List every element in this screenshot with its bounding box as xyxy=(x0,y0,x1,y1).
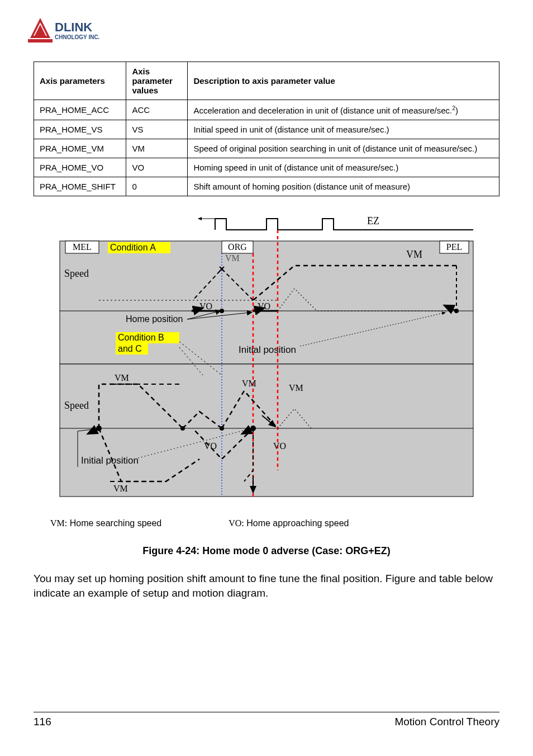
label-vm-low: VM xyxy=(113,484,128,493)
label-condition-bc-1: Condition B xyxy=(118,333,164,342)
svg-rect-3 xyxy=(28,39,53,42)
cell-param: PRA_HOME_ACC xyxy=(34,100,126,120)
legend-vo: VO: Home approaching speed xyxy=(229,518,349,528)
section-title: Motion Control Theory xyxy=(394,716,499,728)
cell-desc: Acceleration and deceleration in unit of… xyxy=(188,100,499,120)
label-home-position: Home position xyxy=(126,314,183,324)
label-vo-top-left: VO xyxy=(199,301,212,311)
label-initial-pos-top: Initial position xyxy=(239,344,296,355)
table-row: PRA_HOME_ACC ACC Acceleration and decele… xyxy=(34,100,499,120)
label-vm-right: VM xyxy=(289,383,303,393)
label-speed-bottom: Speed xyxy=(64,400,89,411)
page: DLINK CHNOLOGY INC. Axis parameters Axis… xyxy=(0,0,533,756)
table-row: PRA_HOME_VS VS Initial speed in unit of … xyxy=(34,120,499,139)
cell-param: PRA_HOME_VM xyxy=(34,139,126,158)
cell-param: PRA_HOME_VO xyxy=(34,158,126,177)
table-row: PRA_HOME_SHIFT 0 Shift amount of homing … xyxy=(34,177,499,196)
axis-parameters-table: Axis parameters Axis parameter values De… xyxy=(34,62,499,196)
label-condition-a: Condition A xyxy=(110,243,156,252)
figure-caption: Figure 4-24: Home mode 0 adverse (Case: … xyxy=(34,545,499,557)
cell-param: PRA_HOME_VS xyxy=(34,120,126,139)
page-footer: 116 Motion Control Theory xyxy=(34,712,499,728)
logo-text-top: DLINK xyxy=(55,20,92,34)
label-initial-pos-bottom: Initial position xyxy=(81,455,139,466)
cell-desc: Speed of original position searching in … xyxy=(188,139,499,158)
adlink-logo: DLINK CHNOLOGY INC. xyxy=(28,17,123,47)
homing-diagram: EZ MEL ORG PEL Condition A Speed Speed xyxy=(34,213,499,515)
diagram-legend: VM: Home searching speed VO: Home approa… xyxy=(50,518,499,528)
cell-desc: Shift amount of homing position (distanc… xyxy=(188,177,499,196)
cell-value: VM xyxy=(126,139,188,158)
svg-point-22 xyxy=(220,309,224,313)
label-vo-br: VO xyxy=(273,441,286,451)
legend-vm: VM: Home searching speed xyxy=(50,518,161,528)
col-axis-values: Axis parameter values xyxy=(126,62,188,100)
table-header-row: Axis parameters Axis parameter values De… xyxy=(34,62,499,100)
label-mel: MEL xyxy=(73,242,92,252)
cell-value: VS xyxy=(126,120,188,139)
content-area: Axis parameters Axis parameter values De… xyxy=(34,62,499,600)
label-vm-mid: VM xyxy=(242,379,256,388)
label-speed-top: Speed xyxy=(64,268,89,279)
cell-desc: Homing speed in unit of (distance unit o… xyxy=(188,158,499,177)
label-vm-top: VM xyxy=(406,249,422,260)
page-number: 116 xyxy=(34,716,51,728)
logo-text-bottom: CHNOLOGY INC. xyxy=(55,34,100,40)
svg-point-35 xyxy=(180,426,185,431)
cell-desc: Initial speed in unit of (distance unit … xyxy=(188,120,499,139)
label-vo-bl: VO xyxy=(204,441,217,451)
label-ez: EZ xyxy=(367,215,379,226)
cell-value: 0 xyxy=(126,177,188,196)
cell-param: PRA_HOME_SHIFT xyxy=(34,177,126,196)
label-condition-bc-2: and C xyxy=(118,344,142,353)
body-paragraph: You may set up homing position shift amo… xyxy=(34,571,499,600)
table-row: PRA_HOME_VO VO Homing speed in unit of (… xyxy=(34,158,499,177)
col-description: Description to axis parameter value xyxy=(188,62,499,100)
label-org: ORG xyxy=(228,242,247,252)
col-axis-params: Axis parameters xyxy=(34,62,126,100)
cell-value: VO xyxy=(126,158,188,177)
label-pel: PEL xyxy=(446,242,462,252)
cell-value: ACC xyxy=(126,100,188,120)
label-vm-bl: VM xyxy=(115,373,129,382)
table-row: PRA_HOME_VM VM Speed of original positio… xyxy=(34,139,499,158)
label-vm-org: VM xyxy=(225,253,240,263)
